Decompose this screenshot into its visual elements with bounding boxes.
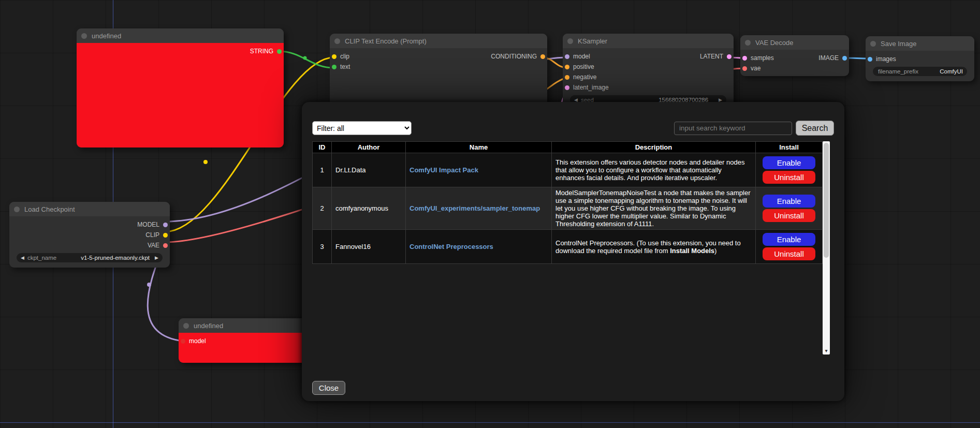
- input-slot-vae[interactable]: [742, 66, 747, 71]
- input-label: text: [340, 63, 350, 70]
- input-slot-text[interactable]: [332, 65, 337, 69]
- collapse-dot-icon[interactable]: [745, 40, 751, 46]
- cell-description: ControlNet Preprocessors. (To use this e…: [552, 230, 756, 264]
- collapse-dot-icon[interactable]: [567, 38, 573, 44]
- widget-next-icon[interactable]: ▶: [155, 256, 158, 260]
- input-slot-latent-image[interactable]: [565, 85, 569, 90]
- close-button[interactable]: Close: [312, 381, 345, 395]
- column-header-name: Name: [406, 142, 552, 153]
- node-title: Load Checkpoint: [24, 205, 75, 213]
- input-label: clip: [340, 53, 349, 60]
- wire-string-midpoint-dot: [303, 56, 307, 60]
- node-title-bar[interactable]: VAE Decode: [740, 35, 849, 50]
- node-title-bar[interactable]: Save Image: [866, 36, 974, 51]
- collapse-dot-icon[interactable]: [81, 33, 87, 39]
- search-button[interactable]: Search: [796, 121, 834, 136]
- uninstall-button[interactable]: Uninstall: [763, 209, 815, 222]
- input-slot-model[interactable]: [565, 54, 569, 59]
- dialog-toolbar: Filter: all Search: [312, 121, 834, 136]
- node-vae-decode[interactable]: VAE Decode samples vae IMAGE: [740, 35, 849, 76]
- custom-nodes-manager-dialog: Filter: all Search ID Author Name Descri…: [302, 102, 844, 401]
- extension-link[interactable]: ComfyUI_experiments/sampler_tonemap: [409, 204, 540, 212]
- uninstall-button[interactable]: Uninstall: [763, 171, 815, 184]
- node-title: undefined: [194, 322, 223, 330]
- input-label: model: [189, 337, 206, 345]
- node-title: KSampler: [578, 37, 607, 45]
- widget-value: v1-5-pruned-emaonly.ckpt: [81, 255, 150, 261]
- widget-prev-icon[interactable]: ◀: [21, 256, 24, 260]
- enable-button[interactable]: Enable: [763, 156, 815, 169]
- ckpt-name-widget[interactable]: ◀ ckpt_name v1-5-pruned-emaonly.ckpt ▶: [17, 253, 163, 262]
- node-title: undefined: [92, 32, 121, 40]
- table-row: 3 Fannovel16 ControlNet Preprocessors Co…: [313, 230, 823, 264]
- canvas-axis-horizontal: [0, 422, 980, 423]
- filename-prefix-widget[interactable]: filename_prefix ComfyUI: [873, 67, 967, 76]
- input-label: images: [876, 55, 896, 63]
- collapse-dot-icon[interactable]: [334, 38, 340, 44]
- scrollbar-thumb[interactable]: [824, 143, 829, 258]
- extension-link[interactable]: ComfyUI Impact Pack: [409, 166, 478, 174]
- output-slot-image[interactable]: [842, 56, 847, 61]
- output-label: LATENT: [700, 53, 723, 60]
- node-undefined-top[interactable]: undefined STRING: [77, 28, 284, 147]
- output-label: VAE: [148, 242, 159, 249]
- input-label: negative: [573, 73, 596, 81]
- collapse-dot-icon[interactable]: [14, 206, 20, 212]
- uninstall-button[interactable]: Uninstall: [763, 247, 815, 260]
- input-slot-positive[interactable]: [565, 65, 569, 69]
- collapse-dot-icon[interactable]: [183, 323, 189, 329]
- cell-id: 2: [313, 187, 332, 230]
- scroll-down-icon[interactable]: ▾: [823, 347, 830, 355]
- scrollbar[interactable]: ▾: [823, 141, 830, 355]
- wire-clip-midpoint-dot: [203, 160, 208, 164]
- wire-string: [279, 51, 334, 68]
- node-load-checkpoint[interactable]: Load Checkpoint MODEL CLIP VAE ◀ ckpt_na…: [9, 202, 170, 268]
- input-slot-model[interactable]: [181, 339, 185, 344]
- table-row: 2 comfyanonymous ComfyUI_experiments/sam…: [313, 187, 823, 230]
- input-label: model: [573, 53, 590, 60]
- output-slot-latent[interactable]: [727, 54, 732, 59]
- node-title: Save Image: [881, 40, 916, 48]
- search-input[interactable]: [674, 122, 792, 135]
- cell-author: Fannovel16: [332, 230, 406, 264]
- filter-select[interactable]: Filter: all: [312, 121, 412, 135]
- table-header-row: ID Author Name Description Install: [313, 142, 823, 153]
- node-title: VAE Decode: [755, 39, 793, 47]
- enable-button[interactable]: Enable: [763, 233, 815, 246]
- cell-id: 1: [313, 153, 332, 187]
- node-title-bar[interactable]: undefined: [77, 28, 284, 43]
- cell-description: This extension offers various detector n…: [552, 153, 756, 187]
- output-label: STRING: [250, 48, 273, 55]
- cell-id: 3: [313, 230, 332, 264]
- node-title-bar[interactable]: Load Checkpoint: [9, 202, 170, 216]
- widget-label: ckpt_name: [27, 255, 56, 261]
- output-label: IMAGE: [818, 54, 839, 62]
- output-slot-string[interactable]: [277, 49, 282, 54]
- cell-description: ModelSamplerTonemapNoiseTest a node that…: [552, 187, 756, 230]
- widget-label: filename_prefix: [878, 68, 918, 75]
- node-save-image[interactable]: Save Image images filename_prefix ComfyU…: [866, 36, 974, 81]
- input-label: samples: [751, 54, 774, 62]
- node-title-bar[interactable]: CLIP Text Encode (Prompt): [330, 34, 547, 48]
- graph-canvas[interactable]: undefined STRING CLIP Text Encode (Promp…: [0, 0, 980, 428]
- output-slot-model[interactable]: [163, 223, 168, 227]
- cell-author: Dr.Lt.Data: [332, 153, 406, 187]
- extensions-table-container: ID Author Name Description Install 1 Dr.…: [312, 141, 830, 355]
- column-header-description: Description: [552, 142, 756, 153]
- output-slot-clip[interactable]: [163, 233, 168, 238]
- output-slot-vae[interactable]: [163, 243, 168, 248]
- output-label: CONDITIONING: [491, 53, 537, 60]
- node-title-bar[interactable]: KSampler: [563, 34, 734, 48]
- input-slot-clip[interactable]: [332, 54, 337, 59]
- input-slot-negative[interactable]: [565, 75, 569, 80]
- input-slot-images[interactable]: [868, 57, 872, 62]
- node-title: CLIP Text Encode (Prompt): [345, 37, 427, 45]
- table-row: 1 Dr.Lt.Data ComfyUI Impact Pack This ex…: [313, 153, 823, 187]
- extension-link[interactable]: ControlNet Preprocessors: [409, 243, 493, 250]
- collapse-dot-icon[interactable]: [870, 41, 876, 47]
- input-slot-samples[interactable]: [742, 56, 747, 61]
- enable-button[interactable]: Enable: [763, 195, 815, 208]
- cell-author: comfyanonymous: [332, 187, 406, 230]
- output-label: MODEL: [137, 221, 159, 228]
- output-slot-conditioning[interactable]: [540, 54, 545, 59]
